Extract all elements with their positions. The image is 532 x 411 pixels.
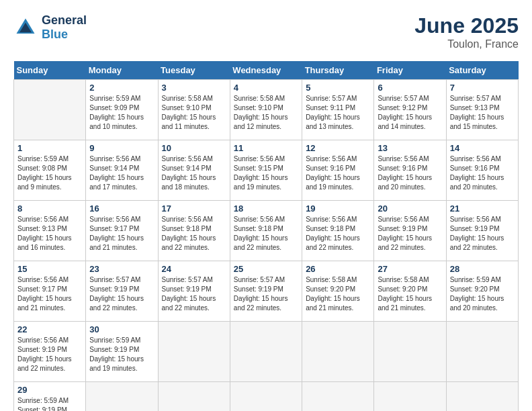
day-info: Sunrise: 5:56 AMSunset: 9:15 PMDaylight:…: [234, 154, 298, 192]
day-number: 30: [89, 324, 154, 334]
calendar-cell: [230, 382, 302, 412]
logo-icon: [13, 15, 38, 40]
day-number: 6: [378, 83, 442, 93]
day-info: Sunrise: 5:56 AMSunset: 9:14 PMDaylight:…: [162, 154, 226, 192]
day-info: Sunrise: 5:58 AMSunset: 9:10 PMDaylight:…: [162, 94, 226, 132]
calendar-cell: 3Sunrise: 5:58 AMSunset: 9:10 PMDaylight…: [158, 80, 230, 140]
calendar-week-row: 2Sunrise: 5:59 AMSunset: 9:09 PMDaylight…: [14, 80, 519, 140]
weekday-header-saturday: Saturday: [446, 61, 518, 80]
day-number: 3: [162, 83, 226, 93]
calendar-cell: [14, 80, 86, 140]
day-info: Sunrise: 5:56 AMSunset: 9:16 PMDaylight:…: [306, 154, 370, 192]
day-info: Sunrise: 5:56 AMSunset: 9:16 PMDaylight:…: [450, 154, 515, 192]
day-number: 13: [378, 143, 442, 153]
calendar-cell: 16Sunrise: 5:56 AMSunset: 9:17 PMDayligh…: [86, 201, 158, 261]
calendar-cell: [374, 322, 446, 382]
day-number: 25: [234, 264, 298, 274]
day-number: 14: [450, 143, 515, 153]
day-number: 16: [89, 203, 154, 214]
day-info: Sunrise: 5:56 AMSunset: 9:17 PMDaylight:…: [89, 215, 154, 253]
day-number: 12: [306, 143, 370, 153]
calendar-cell: [302, 382, 374, 412]
calendar-cell: 15Sunrise: 5:56 AMSunset: 9:17 PMDayligh…: [14, 261, 86, 322]
weekday-header-row: SundayMondayTuesdayWednesdayThursdayFrid…: [14, 61, 519, 80]
calendar-cell: [158, 382, 230, 412]
calendar-table: SundayMondayTuesdayWednesdayThursdayFrid…: [13, 61, 519, 411]
calendar-cell: 4Sunrise: 5:58 AMSunset: 9:10 PMDaylight…: [230, 80, 302, 140]
day-info: Sunrise: 5:57 AMSunset: 9:19 PMDaylight:…: [89, 275, 154, 313]
calendar-cell: 18Sunrise: 5:56 AMSunset: 9:18 PMDayligh…: [230, 201, 302, 261]
calendar-cell: 27Sunrise: 5:58 AMSunset: 9:20 PMDayligh…: [374, 261, 446, 322]
day-info: Sunrise: 5:56 AMSunset: 9:18 PMDaylight:…: [306, 215, 370, 253]
day-number: 9: [89, 143, 154, 153]
day-info: Sunrise: 5:59 AMSunset: 9:09 PMDaylight:…: [89, 94, 154, 132]
weekday-header-friday: Friday: [374, 61, 446, 80]
location: Toulon, France: [414, 38, 519, 50]
calendar-cell: 30Sunrise: 5:59 AMSunset: 9:19 PMDayligh…: [86, 322, 158, 382]
day-info: Sunrise: 5:57 AMSunset: 9:12 PMDaylight:…: [378, 94, 442, 132]
day-info: Sunrise: 5:56 AMSunset: 9:13 PMDaylight:…: [17, 215, 82, 253]
calendar-cell: 17Sunrise: 5:56 AMSunset: 9:18 PMDayligh…: [158, 201, 230, 261]
day-number: 21: [450, 203, 515, 214]
day-number: 10: [162, 143, 226, 153]
day-info: Sunrise: 5:56 AMSunset: 9:16 PMDaylight:…: [378, 154, 442, 192]
calendar-cell: [374, 382, 446, 412]
day-number: 15: [17, 264, 82, 274]
calendar-cell: 2Sunrise: 5:59 AMSunset: 9:09 PMDaylight…: [86, 80, 158, 140]
day-info: Sunrise: 5:56 AMSunset: 9:17 PMDaylight:…: [17, 275, 82, 313]
day-number: 20: [378, 203, 442, 214]
day-number: 2: [89, 83, 154, 93]
day-info: Sunrise: 5:56 AMSunset: 9:19 PMDaylight:…: [17, 336, 82, 373]
day-number: 28: [450, 264, 515, 274]
logo-text-general: General: [42, 13, 87, 27]
calendar-cell: 25Sunrise: 5:57 AMSunset: 9:19 PMDayligh…: [230, 261, 302, 322]
calendar-cell: [446, 382, 518, 412]
day-info: Sunrise: 5:56 AMSunset: 9:19 PMDaylight:…: [378, 215, 442, 253]
day-number: 23: [89, 264, 154, 274]
day-number: 22: [17, 324, 82, 334]
day-info: Sunrise: 5:56 AMSunset: 9:18 PMDaylight:…: [162, 215, 226, 253]
logo: General Blue: [13, 13, 87, 42]
calendar-cell: 13Sunrise: 5:56 AMSunset: 9:16 PMDayligh…: [374, 140, 446, 201]
day-info: Sunrise: 5:57 AMSunset: 9:19 PMDaylight:…: [234, 275, 298, 313]
day-info: Sunrise: 5:59 AMSunset: 9:19 PMDaylight:…: [89, 336, 154, 373]
calendar-cell: 7Sunrise: 5:57 AMSunset: 9:13 PMDaylight…: [446, 80, 518, 140]
weekday-header-sunday: Sunday: [14, 61, 86, 80]
calendar-week-row: 15Sunrise: 5:56 AMSunset: 9:17 PMDayligh…: [14, 261, 519, 322]
day-number: 19: [306, 203, 370, 214]
calendar-cell: 28Sunrise: 5:59 AMSunset: 9:20 PMDayligh…: [446, 261, 518, 322]
day-info: Sunrise: 5:59 AMSunset: 9:08 PMDaylight:…: [17, 154, 82, 192]
day-number: 7: [450, 83, 515, 93]
day-number: 5: [306, 83, 370, 93]
logo-text-blue: Blue: [42, 28, 68, 41]
calendar-week-row: 8Sunrise: 5:56 AMSunset: 9:13 PMDaylight…: [14, 201, 519, 261]
day-number: 18: [234, 203, 298, 214]
title-block: June 2025 Toulon, France: [414, 13, 519, 50]
calendar-cell: 1Sunrise: 5:59 AMSunset: 9:08 PMDaylight…: [14, 140, 86, 201]
day-info: Sunrise: 5:57 AMSunset: 9:13 PMDaylight:…: [450, 94, 515, 132]
calendar-cell: 5Sunrise: 5:57 AMSunset: 9:11 PMDaylight…: [302, 80, 374, 140]
day-number: 27: [378, 264, 442, 274]
calendar-cell: 8Sunrise: 5:56 AMSunset: 9:13 PMDaylight…: [14, 201, 86, 261]
calendar-cell: [302, 322, 374, 382]
calendar-cell: 20Sunrise: 5:56 AMSunset: 9:19 PMDayligh…: [374, 201, 446, 261]
calendar-cell: [86, 382, 158, 412]
day-info: Sunrise: 5:57 AMSunset: 9:11 PMDaylight:…: [306, 94, 370, 132]
calendar-cell: [446, 322, 518, 382]
calendar-cell: 9Sunrise: 5:56 AMSunset: 9:14 PMDaylight…: [86, 140, 158, 201]
calendar-week-row: 29Sunrise: 5:59 AMSunset: 9:19 PMDayligh…: [14, 382, 519, 412]
calendar-week-row: 22Sunrise: 5:56 AMSunset: 9:19 PMDayligh…: [14, 322, 519, 382]
day-number: 8: [17, 203, 82, 214]
page-header: General Blue June 2025 Toulon, France: [13, 13, 519, 50]
calendar-cell: 29Sunrise: 5:59 AMSunset: 9:19 PMDayligh…: [14, 382, 86, 412]
day-number: 17: [162, 203, 226, 214]
calendar-cell: 21Sunrise: 5:56 AMSunset: 9:19 PMDayligh…: [446, 201, 518, 261]
day-number: 24: [162, 264, 226, 274]
calendar-cell: 24Sunrise: 5:57 AMSunset: 9:19 PMDayligh…: [158, 261, 230, 322]
day-info: Sunrise: 5:58 AMSunset: 9:20 PMDaylight:…: [306, 275, 370, 313]
weekday-header-tuesday: Tuesday: [158, 61, 230, 80]
day-info: Sunrise: 5:59 AMSunset: 9:20 PMDaylight:…: [450, 275, 515, 313]
calendar-cell: [230, 322, 302, 382]
day-info: Sunrise: 5:56 AMSunset: 9:19 PMDaylight:…: [450, 215, 515, 253]
calendar-cell: 11Sunrise: 5:56 AMSunset: 9:15 PMDayligh…: [230, 140, 302, 201]
